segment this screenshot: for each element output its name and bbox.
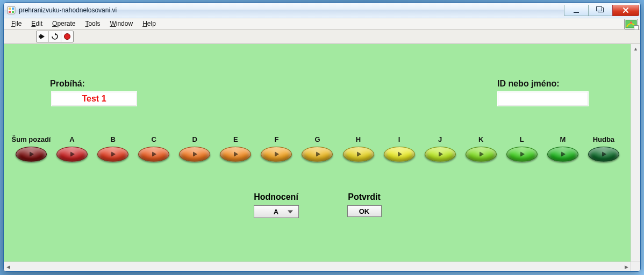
play-button[interactable] (384, 147, 415, 162)
labview-vi-icon (7, 6, 16, 15)
toolbar (4, 30, 640, 44)
play-button[interactable] (588, 147, 619, 162)
maximize-button[interactable] (588, 5, 613, 16)
play-button[interactable] (425, 147, 456, 162)
svg-rect-2 (12, 8, 14, 10)
rating-select[interactable]: A (254, 205, 299, 218)
play-label: D (192, 135, 197, 143)
run-continuously-button[interactable] (49, 31, 61, 42)
play-button[interactable] (16, 147, 47, 162)
play-col-12: L (504, 135, 540, 162)
window-buttons (564, 5, 639, 16)
play-button[interactable] (97, 147, 128, 162)
titlebar[interactable]: prehranizvuku-nahodnelosovani.vi (4, 3, 640, 18)
play-col-14: Hudba (586, 135, 621, 162)
ok-button[interactable]: OK (347, 205, 382, 217)
play-col-9: I (382, 135, 417, 162)
play-button[interactable] (261, 147, 292, 162)
run-toolbar-group (36, 31, 74, 42)
play-button[interactable] (302, 147, 333, 162)
running-label: Probíhá: (50, 79, 85, 89)
menu-window[interactable]: Window (105, 19, 137, 28)
play-label: M (560, 135, 566, 143)
play-button[interactable] (466, 147, 497, 162)
play-label: E (233, 135, 238, 143)
scroll-left-icon[interactable]: ◀ (4, 262, 13, 271)
menu-file[interactable]: File (7, 19, 26, 28)
svg-point-6 (630, 21, 632, 24)
id-label: ID nebo jméno: (497, 79, 560, 89)
play-col-11: K (463, 135, 499, 162)
play-label: A (69, 135, 74, 143)
minimize-button[interactable] (564, 5, 589, 16)
running-value: Test 1 (82, 94, 106, 104)
scroll-up-icon[interactable]: ▲ (631, 44, 640, 53)
front-panel: Probíhá: Test 1 ID nebo jméno: Šum pozad… (4, 44, 631, 262)
play-col-8: H (341, 135, 376, 162)
play-col-13: M (545, 135, 581, 162)
rating-value: A (274, 208, 278, 216)
rating-confirm-block: Hodnocení A Potvrdit OK (254, 192, 382, 218)
play-button[interactable] (138, 147, 169, 162)
play-label: F (274, 135, 278, 143)
play-col-0: Šum pozadí (13, 135, 49, 162)
menu-help[interactable]: Help (138, 19, 160, 28)
play-col-6: F (259, 135, 294, 162)
play-label: K (478, 135, 483, 143)
menu-operate[interactable]: Operate (48, 19, 80, 28)
menu-edit[interactable]: Edit (27, 19, 47, 28)
run-button[interactable] (37, 31, 49, 42)
rating-label: Hodnocení (254, 192, 298, 202)
id-input-box[interactable] (497, 91, 589, 106)
svg-rect-4 (12, 11, 14, 13)
play-label: C (151, 135, 156, 143)
svg-rect-3 (9, 11, 11, 13)
menu-tools[interactable]: Tools (81, 19, 104, 28)
svg-point-8 (65, 34, 70, 40)
play-col-3: C (136, 135, 171, 162)
play-label: H (356, 135, 361, 143)
play-label: B (110, 135, 115, 143)
close-button[interactable] (612, 5, 639, 16)
running-indicator: Test 1 (51, 91, 137, 106)
play-col-2: B (95, 135, 131, 162)
svg-rect-1 (9, 8, 11, 10)
svg-rect-7 (39, 35, 40, 38)
abort-button[interactable] (61, 31, 73, 42)
play-buttons-row: Šum pozadíABCDEFGHIJKLMHudba (13, 135, 621, 162)
play-label: L (520, 135, 524, 143)
play-col-4: D (177, 135, 212, 162)
play-label: G (314, 135, 320, 143)
play-button[interactable] (179, 147, 210, 162)
play-label: I (398, 135, 400, 143)
play-col-7: G (299, 135, 335, 162)
play-label: Šum pozadí (12, 135, 51, 143)
play-button[interactable] (220, 147, 251, 162)
id-input[interactable] (498, 92, 588, 106)
menubar: FileEditOperateToolsWindowHelp (4, 18, 640, 30)
scroll-corner (631, 262, 640, 271)
app-window: prehranizvuku-nahodnelosovani.vi FileEdi… (3, 2, 641, 272)
play-button[interactable] (506, 147, 538, 162)
play-button[interactable] (343, 147, 374, 162)
play-button[interactable] (547, 147, 578, 162)
confirm-label: Potvrdit (348, 192, 380, 202)
play-label: Hudba (593, 135, 614, 143)
play-col-5: E (218, 135, 253, 162)
play-col-1: A (54, 135, 90, 162)
play-col-10: J (423, 135, 458, 162)
vi-icon-indicator[interactable] (624, 19, 638, 30)
scroll-right-icon[interactable]: ▶ (622, 262, 631, 271)
window-title: prehranizvuku-nahodnelosovani.vi (19, 6, 117, 14)
horizontal-scrollbar[interactable]: ◀ ▶ (4, 262, 631, 271)
play-label: J (438, 135, 442, 143)
chevron-down-icon (288, 211, 293, 214)
play-button[interactable] (56, 147, 88, 162)
client-area: Probíhá: Test 1 ID nebo jméno: Šum pozad… (4, 44, 640, 271)
vertical-scrollbar[interactable]: ▲ (631, 44, 640, 262)
